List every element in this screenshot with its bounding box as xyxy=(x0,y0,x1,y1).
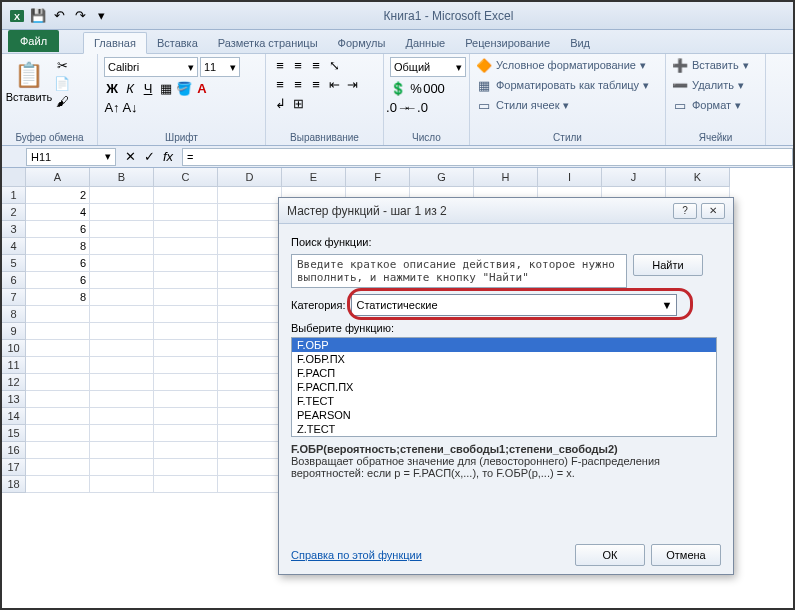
cell[interactable] xyxy=(154,255,218,272)
close-icon[interactable]: ✕ xyxy=(701,203,725,219)
copy-icon[interactable]: 📄 xyxy=(54,75,70,91)
cell[interactable] xyxy=(218,272,282,289)
cell[interactable]: 6 xyxy=(26,221,90,238)
merge-icon[interactable]: ⊞ xyxy=(290,95,306,111)
column-header[interactable]: F xyxy=(346,168,410,187)
row-header[interactable]: 7 xyxy=(2,289,26,306)
cond-format-button[interactable]: 🔶Условное форматирование▾ xyxy=(476,57,649,73)
category-combo[interactable]: Статистические ▼ xyxy=(351,294,677,316)
cell[interactable] xyxy=(154,187,218,204)
name-box[interactable]: H11▾ xyxy=(26,148,116,166)
cell[interactable] xyxy=(154,340,218,357)
cell[interactable] xyxy=(154,442,218,459)
format-painter-icon[interactable]: 🖌 xyxy=(54,93,70,109)
column-header[interactable]: E xyxy=(282,168,346,187)
row-header[interactable]: 9 xyxy=(2,323,26,340)
paste-button[interactable]: 📋 Вставить xyxy=(8,57,50,105)
cell[interactable] xyxy=(218,442,282,459)
cell[interactable] xyxy=(90,255,154,272)
wrap-text-icon[interactable]: ↲ xyxy=(272,95,288,111)
column-header[interactable]: C xyxy=(154,168,218,187)
italic-icon[interactable]: К xyxy=(122,80,138,96)
cell[interactable] xyxy=(154,357,218,374)
cell[interactable] xyxy=(218,408,282,425)
cell[interactable] xyxy=(154,391,218,408)
tab-review[interactable]: Рецензирование xyxy=(455,33,560,53)
currency-icon[interactable]: 💲 xyxy=(390,80,406,96)
cell[interactable] xyxy=(154,459,218,476)
cell[interactable] xyxy=(154,323,218,340)
insert-cells-button[interactable]: ➕Вставить▾ xyxy=(672,57,749,73)
column-header[interactable]: G xyxy=(410,168,474,187)
function-list-item[interactable]: F.РАСП xyxy=(292,366,716,380)
cell[interactable] xyxy=(90,306,154,323)
cell[interactable] xyxy=(26,425,90,442)
cell[interactable] xyxy=(154,289,218,306)
row-header[interactable]: 3 xyxy=(2,221,26,238)
cell[interactable] xyxy=(26,340,90,357)
cell[interactable] xyxy=(218,357,282,374)
cell[interactable] xyxy=(26,476,90,493)
cell-styles-button[interactable]: ▭Стили ячеек▾ xyxy=(476,97,649,113)
column-header[interactable]: B xyxy=(90,168,154,187)
cell[interactable] xyxy=(154,476,218,493)
formula-input[interactable]: = xyxy=(182,148,793,166)
redo-icon[interactable]: ↷ xyxy=(71,7,89,25)
dialog-titlebar[interactable]: Мастер функций - шаг 1 из 2 ? ✕ xyxy=(279,198,733,224)
function-list[interactable]: F.ОБРF.ОБР.ПХF.РАСПF.РАСП.ПХF.ТЕСТPEARSO… xyxy=(291,337,717,437)
function-list-item[interactable]: F.РАСП.ПХ xyxy=(292,380,716,394)
cell[interactable] xyxy=(90,425,154,442)
cell[interactable] xyxy=(218,459,282,476)
cell[interactable] xyxy=(154,425,218,442)
ok-button[interactable]: ОК xyxy=(575,544,645,566)
cell[interactable]: 2 xyxy=(26,187,90,204)
cell[interactable] xyxy=(90,459,154,476)
align-top-icon[interactable]: ≡ xyxy=(272,57,288,73)
file-tab[interactable]: Файл xyxy=(8,30,59,52)
bold-icon[interactable]: Ж xyxy=(104,80,120,96)
row-header[interactable]: 2 xyxy=(2,204,26,221)
function-list-item[interactable]: Z.ТЕСТ xyxy=(292,422,716,436)
accept-formula-icon[interactable]: ✓ xyxy=(141,149,157,165)
row-header[interactable]: 6 xyxy=(2,272,26,289)
cell[interactable] xyxy=(218,255,282,272)
help-icon[interactable]: ? xyxy=(673,203,697,219)
cell[interactable] xyxy=(26,391,90,408)
cell[interactable] xyxy=(90,357,154,374)
cell[interactable] xyxy=(218,374,282,391)
cell[interactable] xyxy=(218,306,282,323)
delete-cells-button[interactable]: ➖Удалить▾ xyxy=(672,77,749,93)
cell[interactable] xyxy=(90,442,154,459)
indent-dec-icon[interactable]: ⇤ xyxy=(326,76,342,92)
font-size-combo[interactable]: 11▾ xyxy=(200,57,240,77)
cell[interactable] xyxy=(218,221,282,238)
tab-data[interactable]: Данные xyxy=(395,33,455,53)
column-header[interactable]: H xyxy=(474,168,538,187)
column-header[interactable]: A xyxy=(26,168,90,187)
fx-icon[interactable]: fx xyxy=(160,149,176,165)
align-bottom-icon[interactable]: ≡ xyxy=(308,57,324,73)
column-header[interactable]: J xyxy=(602,168,666,187)
cell[interactable] xyxy=(218,476,282,493)
comma-icon[interactable]: 000 xyxy=(426,80,442,96)
cell[interactable] xyxy=(218,238,282,255)
font-name-combo[interactable]: Calibri▾ xyxy=(104,57,198,77)
cell[interactable] xyxy=(26,374,90,391)
align-right-icon[interactable]: ≡ xyxy=(308,76,324,92)
percent-icon[interactable]: % xyxy=(408,80,424,96)
orientation-icon[interactable]: ⤡ xyxy=(326,57,342,73)
cell[interactable]: 8 xyxy=(26,238,90,255)
row-header[interactable]: 15 xyxy=(2,425,26,442)
row-header[interactable]: 18 xyxy=(2,476,26,493)
align-center-icon[interactable]: ≡ xyxy=(290,76,306,92)
cell[interactable] xyxy=(90,323,154,340)
cell[interactable] xyxy=(218,289,282,306)
cell[interactable] xyxy=(26,323,90,340)
cell[interactable] xyxy=(90,340,154,357)
row-header[interactable]: 12 xyxy=(2,374,26,391)
format-table-button[interactable]: ▦Форматировать как таблицу▾ xyxy=(476,77,649,93)
align-left-icon[interactable]: ≡ xyxy=(272,76,288,92)
cell[interactable] xyxy=(154,408,218,425)
undo-icon[interactable]: ↶ xyxy=(50,7,68,25)
row-header[interactable]: 17 xyxy=(2,459,26,476)
